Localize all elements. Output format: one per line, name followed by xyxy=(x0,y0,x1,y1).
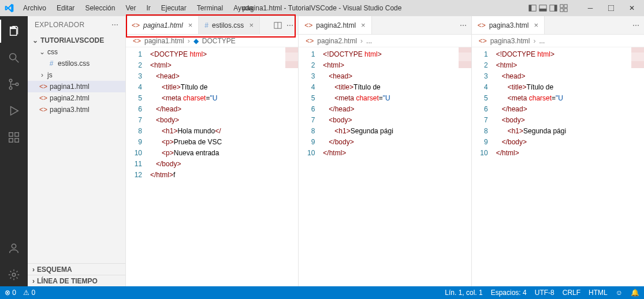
status-eol[interactable]: CRLF xyxy=(563,289,580,297)
search-activity[interactable] xyxy=(0,46,28,69)
minimap[interactable] xyxy=(459,47,471,82)
tab-pagina2-html[interactable]: <>pagina2.html× xyxy=(299,16,371,34)
menu-ver[interactable]: Ver xyxy=(121,2,140,14)
status-indent[interactable]: Espacios: 4 xyxy=(491,289,527,297)
svg-rect-1 xyxy=(529,5,531,12)
layout-controls xyxy=(528,4,568,12)
title-bar: ArchivoEditarSelecciónVerIrEjecutarTermi… xyxy=(0,0,644,16)
toggle-secondary-icon[interactable] xyxy=(549,4,557,12)
tab-pagina1-html[interactable]: <>pagina1.html× xyxy=(126,16,199,34)
status-warnings[interactable]: ⚠ 0 xyxy=(23,289,35,297)
breadcrumb[interactable]: <>pagina1.html›◆DOCTYPE xyxy=(126,35,298,47)
breadcrumb-file: pagina3.html xyxy=(490,37,530,45)
code-editor[interactable]: 12345678910<!DOCTYPE html><html> <head> … xyxy=(299,47,471,286)
menu-archivo[interactable]: Archivo xyxy=(18,2,51,14)
status-bell-icon[interactable]: 🔔 xyxy=(631,289,639,297)
tree-file-estilos[interactable]: #estilos.css xyxy=(28,58,125,69)
tab-estilos-css[interactable]: #estilos.css× xyxy=(199,16,260,34)
svg-rect-15 xyxy=(9,133,13,136)
code-editor[interactable]: 123456789101112<DOCTYPE html><html> <hea… xyxy=(126,47,298,286)
maximize-button[interactable] xyxy=(602,4,620,12)
status-bar: ⊗ 0 ⚠ 0 Lín. 1, col. 1 Espacios: 4 UTF-8… xyxy=(0,286,644,299)
source-control-activity[interactable] xyxy=(0,73,28,96)
symbol-icon: ◆ xyxy=(193,37,199,45)
minimize-button[interactable]: ─ xyxy=(582,4,599,12)
tab-pagina3-html[interactable]: <>pagina3.html× xyxy=(472,16,545,34)
file-icon: <> xyxy=(478,21,486,29)
css-file-icon: # xyxy=(47,59,55,68)
tab-more-icon[interactable]: ⋯ xyxy=(286,21,293,29)
window-title: pagina1.html - TutorialVSCode - Visual S… xyxy=(243,4,402,12)
svg-rect-8 xyxy=(560,9,563,12)
tab-label: estilos.css xyxy=(212,21,244,29)
status-language[interactable]: HTML xyxy=(589,289,608,297)
toggle-sidebar-icon[interactable] xyxy=(539,4,547,12)
status-feedback-icon[interactable]: ☺ xyxy=(616,289,623,297)
svg-point-11 xyxy=(10,54,16,60)
status-errors[interactable]: ⊗ 0 xyxy=(5,289,16,297)
tree-folder-js[interactable]: ›js xyxy=(28,69,125,81)
close-tab-icon[interactable]: × xyxy=(361,21,366,29)
html-file-icon: <> xyxy=(39,94,47,102)
html-file-icon: <> xyxy=(39,106,47,114)
tree-file-pagina2[interactable]: <>pagina2.html xyxy=(28,92,125,104)
split-editor-icon[interactable] xyxy=(274,21,282,29)
svg-rect-17 xyxy=(9,139,13,142)
accounts-activity[interactable] xyxy=(0,237,28,260)
svg-rect-5 xyxy=(554,5,557,12)
tree-folder-css[interactable]: ⌄css xyxy=(28,46,125,58)
explorer-sidebar: EXPLORADOR ⋯ ⌄TUTORIALVSCODE ⌄css #estil… xyxy=(28,16,126,286)
code-editor[interactable]: 12345678910<!DOCTYPE html><html> <head> … xyxy=(472,47,644,286)
menu-terminal[interactable]: Terminal xyxy=(192,2,228,14)
svg-rect-9 xyxy=(564,9,567,12)
svg-point-14 xyxy=(16,83,18,86)
html-file-icon: <> xyxy=(133,37,141,45)
tab-more-icon[interactable]: ⋯ xyxy=(460,21,467,29)
outline-section[interactable]: ›ESQUEMA xyxy=(28,263,125,275)
close-tab-icon[interactable]: × xyxy=(249,21,254,29)
file-icon: <> xyxy=(304,21,312,29)
settings-activity[interactable] xyxy=(0,263,28,286)
toggle-panel-icon[interactable] xyxy=(528,4,537,12)
status-encoding[interactable]: UTF-8 xyxy=(535,289,554,297)
svg-point-12 xyxy=(9,79,12,82)
file-icon: <> xyxy=(132,21,140,29)
breadcrumb-file: pagina1.html xyxy=(144,37,184,45)
tree-root[interactable]: ⌄TUTORIALVSCODE xyxy=(28,35,125,46)
menu-editar[interactable]: Editar xyxy=(52,2,79,14)
breadcrumb[interactable]: <>pagina3.html›... xyxy=(472,35,644,47)
sidebar-more-icon[interactable]: ⋯ xyxy=(111,21,118,29)
svg-rect-10 xyxy=(608,5,614,11)
breadcrumb-symbol: ... xyxy=(539,37,545,45)
customize-layout-icon[interactable] xyxy=(560,4,568,12)
tree-file-pagina1[interactable]: <>pagina1.html xyxy=(28,81,125,92)
main-menu: ArchivoEditarSelecciónVerIrEjecutarTermi… xyxy=(18,2,258,14)
tab-label: pagina3.html xyxy=(489,21,529,29)
editor-group-3: <>pagina3.html×⋯<>pagina3.html›...123456… xyxy=(472,16,644,286)
close-tab-icon[interactable]: × xyxy=(188,21,193,29)
extensions-activity[interactable] xyxy=(0,126,28,149)
status-cursor[interactable]: Lín. 1, col. 1 xyxy=(445,289,482,297)
activity-bar xyxy=(0,16,28,286)
run-debug-activity[interactable] xyxy=(0,99,28,122)
tree-file-pagina3[interactable]: <>pagina3.html xyxy=(28,104,125,115)
svg-rect-3 xyxy=(539,9,546,11)
editor-group-1: <>pagina1.html×#estilos.css×⋯<>pagina1.h… xyxy=(126,16,299,286)
html-file-icon: <> xyxy=(39,83,47,91)
menu-ir[interactable]: Ir xyxy=(142,2,155,14)
breadcrumb-symbol: DOCTYPE xyxy=(202,37,236,45)
close-window-button[interactable]: ✕ xyxy=(623,4,641,12)
minimap[interactable] xyxy=(285,47,298,82)
editor-group-2: <>pagina2.html×⋯<>pagina2.html›...123456… xyxy=(299,16,471,286)
vscode-logo-icon xyxy=(0,3,18,13)
menu-ejecutar[interactable]: Ejecutar xyxy=(157,2,191,14)
close-tab-icon[interactable]: × xyxy=(534,21,538,29)
minimap[interactable] xyxy=(631,47,644,82)
timeline-section[interactable]: ›LÍNEA DE TIEMPO xyxy=(28,275,125,286)
explorer-activity[interactable] xyxy=(0,20,28,43)
svg-point-19 xyxy=(12,244,16,248)
tab-more-icon[interactable]: ⋯ xyxy=(632,21,639,29)
breadcrumb[interactable]: <>pagina2.html›... xyxy=(299,35,471,47)
menu-selección[interactable]: Selección xyxy=(80,2,120,14)
svg-point-13 xyxy=(9,87,12,89)
